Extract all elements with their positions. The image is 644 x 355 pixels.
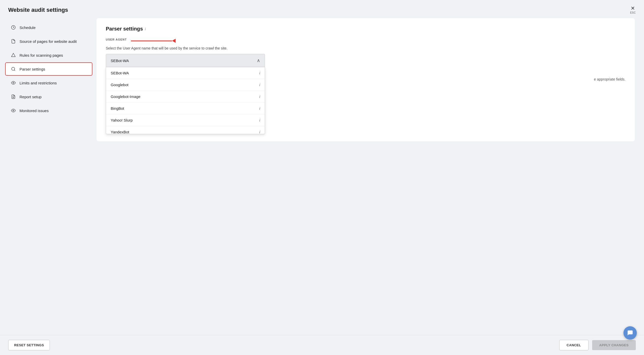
footer-bar: RESET SETTINGS CANCEL APPLY CHANGES <box>0 335 644 355</box>
sidebar-item-monitored[interactable]: Monitored issues <box>5 104 92 117</box>
sidebar-item-source[interactable]: Source of pages for website audit <box>5 35 92 48</box>
reset-settings-button[interactable]: RESET SETTINGS <box>8 340 50 350</box>
chat-icon <box>627 330 633 336</box>
secondary-text: e appropriate fields. <box>594 77 626 81</box>
svg-point-2 <box>12 67 15 70</box>
footer-right: CANCEL APPLY CHANGES <box>559 340 636 350</box>
dropdown-item-label: Yahoo! Slurp <box>111 118 133 122</box>
arrow-to-label <box>131 39 176 43</box>
dropdown-item-label: Googlebot-Image <box>111 94 140 99</box>
modal-container: Website audit settings ✕ ESC Schedule So… <box>0 0 644 355</box>
triangle-icon <box>11 53 16 58</box>
arrow-head <box>172 39 176 43</box>
dropdown-scroll[interactable]: SEBot-WA i Googlebot i Googlebot-Image <box>106 67 265 134</box>
dropdown-item-googlebot-image[interactable]: Googlebot-Image i <box>106 91 265 103</box>
search-icon <box>11 66 16 72</box>
settings-panel: Parser settings i USER AGENT Select t <box>97 18 635 141</box>
dropdown-item-yahoo[interactable]: Yahoo! Slurp i <box>106 114 265 126</box>
selected-option-label: SEBot-WA <box>111 58 129 63</box>
apply-changes-button[interactable]: APPLY CHANGES <box>592 340 636 350</box>
dropdown-container: SEBot-WA ∧ SEBot-WA i Go <box>106 54 265 67</box>
svg-point-7 <box>13 110 14 111</box>
sidebar-item-label: Limits and restrictions <box>20 81 57 85</box>
info-icon-yandex[interactable]: i <box>259 130 260 134</box>
dropdown-item-label: SEBot-WA <box>111 71 129 75</box>
dropdown-list: SEBot-WA i Googlebot i Googlebot-Image <box>106 67 265 134</box>
sidebar-item-label: Source of pages for website audit <box>20 39 77 44</box>
dropdown-item-yandex[interactable]: YandexBot i <box>106 126 265 134</box>
dropdown-item-label: YandexBot <box>111 130 129 134</box>
modal-header: Website audit settings ✕ ESC <box>0 0 644 18</box>
sidebar-item-report[interactable]: Report setup <box>5 90 92 103</box>
info-icon-sebot[interactable]: i <box>259 71 260 75</box>
close-button[interactable]: ✕ ESC <box>630 6 636 14</box>
sidebar-item-label: Report setup <box>20 95 42 99</box>
sidebar-item-label: Schedule <box>20 25 36 30</box>
close-icon: ✕ <box>631 6 635 11</box>
section-label-row: USER AGENT <box>106 38 626 44</box>
svg-point-4 <box>13 82 14 84</box>
chevron-up-icon: ∧ <box>257 58 260 63</box>
info-icon-yahoo[interactable]: i <box>259 118 260 122</box>
sidebar-item-label: Monitored issues <box>20 109 49 113</box>
doc-icon <box>11 94 16 99</box>
chat-button[interactable] <box>623 326 637 340</box>
dropdown-item-label: Googlebot <box>111 83 128 87</box>
info-icon-googlebot[interactable]: i <box>259 83 260 87</box>
sidebar: Schedule Source of pages for website aud… <box>5 18 92 335</box>
panel-title-info: i <box>145 27 146 31</box>
eye2-icon <box>11 108 16 113</box>
dropdown-item-bingbot[interactable]: BingBot i <box>106 103 265 114</box>
sidebar-item-parser[interactable]: Parser settings <box>5 62 92 76</box>
svg-line-3 <box>14 70 15 71</box>
content-area: Parser settings i USER AGENT Select t <box>92 18 639 335</box>
section-description: Select the User Agent name that will be … <box>106 46 626 50</box>
sidebar-item-schedule[interactable]: Schedule <box>5 21 92 34</box>
arrow-line <box>131 41 172 41</box>
info-icon-googlebot-image[interactable]: i <box>259 95 260 99</box>
panel-title-text: Parser settings <box>106 26 143 32</box>
svg-marker-1 <box>12 53 15 57</box>
section-label: USER AGENT <box>106 38 127 41</box>
info-icon-bingbot[interactable]: i <box>259 106 260 111</box>
modal-body: Schedule Source of pages for website aud… <box>0 18 644 335</box>
eye-icon <box>11 80 16 85</box>
user-agent-section: USER AGENT Select the User Agent name th… <box>106 38 626 67</box>
esc-label: ESC <box>630 11 636 14</box>
dropdown-item-label: BingBot <box>111 106 124 111</box>
sidebar-item-rules[interactable]: Rules for scanning pages <box>5 48 92 62</box>
dropdown-item-googlebot[interactable]: Googlebot i <box>106 79 265 91</box>
clock-icon <box>11 25 16 30</box>
dropdown-item-sebot[interactable]: SEBot-WA i <box>106 67 265 79</box>
sidebar-item-limits[interactable]: Limits and restrictions <box>5 76 92 90</box>
sidebar-item-label: Parser settings <box>20 67 45 71</box>
dropdown-selected[interactable]: SEBot-WA ∧ <box>106 54 265 67</box>
modal-title: Website audit settings <box>8 7 68 13</box>
panel-title: Parser settings i <box>106 26 626 32</box>
file-icon <box>11 39 16 44</box>
sidebar-item-label: Rules for scanning pages <box>20 53 63 57</box>
cancel-button[interactable]: CANCEL <box>559 340 589 350</box>
